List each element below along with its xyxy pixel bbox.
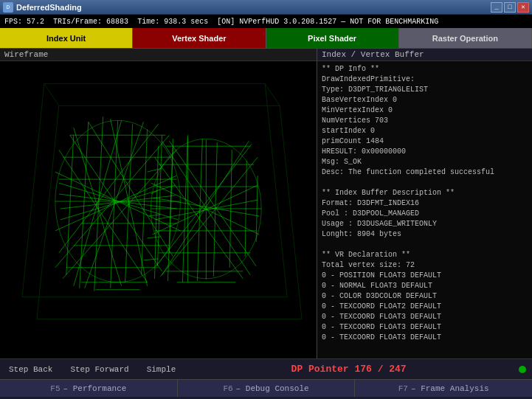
wireframe-label: Wireframe xyxy=(0,49,317,61)
info-line: Type: D3DPT_TRIANGLELIST xyxy=(322,85,528,95)
info-line: Pool : D3DPOOL_MANAGED xyxy=(322,209,528,219)
svg-line-18 xyxy=(66,135,74,275)
f6-key: F6 xyxy=(223,384,232,393)
nav-debug-console[interactable]: F6 – Debug Console xyxy=(178,380,356,397)
tris-label: TRIs/Frame: xyxy=(53,18,102,26)
info-line: 0 - POSITION FLOAT3 DEFAULT xyxy=(322,271,528,281)
minimize-button[interactable]: _ xyxy=(491,2,502,13)
info-line: BaseVertexIndex 0 xyxy=(322,95,528,105)
wireframe-canvas xyxy=(0,61,317,356)
svg-line-41 xyxy=(61,195,176,209)
nav-bar: F5 – Performance F6 – Debug Console F7 –… xyxy=(0,379,532,397)
info-line xyxy=(322,240,528,250)
info-line: HRESULT: 0x00000000 xyxy=(322,147,528,157)
nav-performance[interactable]: F5 – Performance xyxy=(0,380,178,397)
time-value: 938.3 secs xyxy=(164,18,208,26)
svg-line-72 xyxy=(149,215,161,216)
info-line xyxy=(322,178,528,188)
info-line: primCount 1484 xyxy=(322,136,528,147)
right-panel-content[interactable]: ** DP Info **DrawIndexedPrimitive:Type: … xyxy=(317,61,532,358)
info-line: 0 - TEXCOORD FLOAT3 DEFAULT xyxy=(322,312,528,322)
svg-line-25 xyxy=(169,146,173,253)
main-content: Wireframe xyxy=(0,49,532,358)
bottom-controls: Step Back Step Forward Simple DP Pointer… xyxy=(0,358,532,379)
svg-line-60 xyxy=(160,157,258,277)
status-indicator xyxy=(519,366,526,373)
status-bar: FPS: 57.2 TRIs/Frame: 68883 Time: 938.3 … xyxy=(0,15,532,28)
info-line: ** Index Buffer Description ** xyxy=(322,188,528,198)
info-line: Msg: S_OK xyxy=(322,157,528,167)
info-line: Longht: 8904 bytes xyxy=(322,229,528,240)
nav-frame-separator: – xyxy=(411,384,421,393)
title-bar-left: D DeferredShading xyxy=(3,2,82,13)
dp-pointer-display: DP Pointer 176 / 247 xyxy=(190,364,507,375)
tab-pixel-shader[interactable]: Pixel Shader xyxy=(266,28,399,48)
info-line: Format: D3DFMT_INDEX16 xyxy=(322,198,528,209)
window-title: DeferredShading xyxy=(16,3,82,12)
info-line: 0 - TEXCOORD FLOAT3 DEFAULT xyxy=(322,322,528,333)
app-icon: D xyxy=(3,2,13,13)
info-line: Total vertex size: 72 xyxy=(322,260,528,271)
svg-line-5 xyxy=(280,105,302,319)
svg-line-31 xyxy=(59,124,159,253)
nav-frame-analysis[interactable]: F7 – Frame Analysis xyxy=(355,380,532,397)
svg-line-70 xyxy=(148,168,162,172)
svg-line-53 xyxy=(197,139,202,281)
wireframe-svg xyxy=(0,61,317,356)
info-line: 0 - TEXCOORD FLOAT2 DEFAULT xyxy=(322,302,528,312)
right-panel-header: Index / Vertex Buffer xyxy=(317,49,532,61)
tab-raster-operation[interactable]: Raster Operation xyxy=(399,28,532,48)
info-line: MinVertexIndex 0 xyxy=(322,105,528,116)
info-line: DrawIndexedPrimitive: xyxy=(322,74,528,85)
tab-bar: Index Unit Vertex Shader Pixel Shader Ra… xyxy=(0,28,532,49)
svg-line-74 xyxy=(144,259,159,260)
info-line: startIndex 0 xyxy=(322,126,528,136)
fps-label: FPS: xyxy=(4,18,22,26)
tris-value: 68883 xyxy=(106,18,128,26)
svg-line-1 xyxy=(22,83,44,296)
info-line: 0 - TEXCOORD FLOAT3 DEFAULT xyxy=(322,333,528,343)
title-bar: D DeferredShading _ □ ✕ xyxy=(0,0,532,15)
step-forward-button[interactable]: Step Forward xyxy=(67,364,131,375)
svg-line-51 xyxy=(167,139,173,281)
window-controls: _ □ ✕ xyxy=(491,2,529,13)
left-panel: Wireframe xyxy=(0,49,317,358)
close-button[interactable]: ✕ xyxy=(517,2,529,13)
nav-debug-separator: – xyxy=(236,384,246,393)
info-line: Usage : D3DUSAGE_WRITEONLY xyxy=(322,219,528,229)
svg-marker-0 xyxy=(44,83,280,105)
svg-line-4 xyxy=(37,105,59,319)
info-line: NumVertices 703 xyxy=(322,116,528,126)
nav-performance-label: – xyxy=(63,384,73,393)
f5-key: F5 xyxy=(50,384,60,393)
maximize-button[interactable]: □ xyxy=(504,2,516,13)
info-line: 0 - NORMAL FLOAT3 DEFAULT xyxy=(322,281,528,291)
info-line: ** DP Info ** xyxy=(322,64,528,74)
f7-key: F7 xyxy=(398,384,408,393)
step-back-button[interactable]: Step Back xyxy=(6,364,55,375)
right-panel: Index / Vertex Buffer ** DP Info **DrawI… xyxy=(317,49,532,358)
info-line: Desc: The function completed successful xyxy=(322,167,528,178)
info-line: ** VR Declaration ** xyxy=(322,250,528,260)
tab-vertex-shader[interactable]: Vertex Shader xyxy=(133,28,266,48)
nvperf-label: [ON] NVPerfHUD 3.0.208.1527 — NOT FOR BE… xyxy=(217,18,438,26)
svg-line-59 xyxy=(169,141,256,266)
svg-line-23 xyxy=(142,129,148,275)
info-line: 0 - COLOR D3DCOLOR DEFAULT xyxy=(322,291,528,302)
tab-index-unit[interactable]: Index Unit xyxy=(0,28,133,48)
svg-line-19 xyxy=(80,122,89,288)
svg-line-2 xyxy=(265,83,287,296)
fps-value: 57.2 xyxy=(27,18,44,26)
simple-button[interactable]: Simple xyxy=(144,364,179,375)
time-label: Time: xyxy=(137,18,159,26)
